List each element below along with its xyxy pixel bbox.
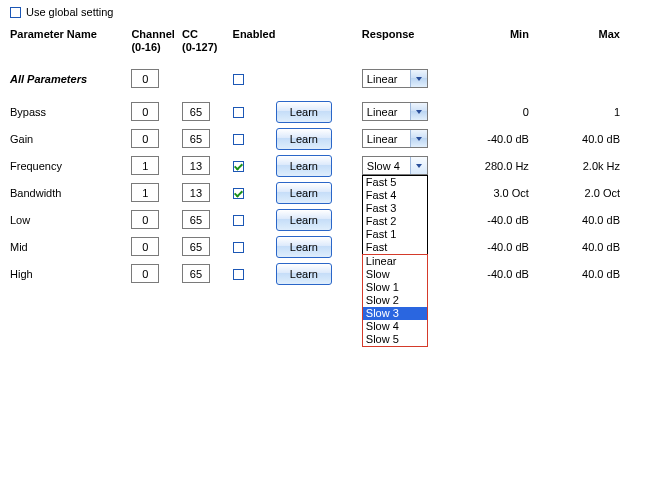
learn-button[interactable]: Learn: [276, 263, 332, 285]
min-value: -40.0 dB: [448, 233, 539, 260]
table-row: Gain065LearnLinear-40.0 dB40.0 dB: [10, 125, 630, 152]
table-row: Bypass065LearnLinear01: [10, 98, 630, 125]
header-enabled: Enabled: [233, 28, 276, 41]
channel-input[interactable]: 0: [131, 210, 159, 229]
dropdown-item[interactable]: Fast 2: [363, 215, 427, 228]
table-row: Frequency113LearnSlow 4280.0 Hz2.0k Hz: [10, 152, 630, 179]
channel-input[interactable]: 0: [131, 264, 159, 283]
chevron-down-icon: [410, 70, 427, 87]
channel-input[interactable]: 1: [131, 183, 159, 202]
param-name: Gain: [10, 125, 131, 152]
all-response-value: Linear: [363, 73, 410, 85]
dropdown-item[interactable]: Slow 1: [363, 281, 427, 294]
response-value: Linear: [363, 133, 410, 145]
enabled-checkbox[interactable]: [233, 215, 244, 226]
min-value: -40.0 dB: [448, 260, 539, 287]
table-row: Low065Learn-40.0 dB40.0 dB: [10, 206, 630, 233]
learn-button[interactable]: Learn: [276, 209, 332, 231]
global-setting-label: Use global setting: [26, 6, 113, 18]
param-name: Low: [10, 206, 131, 233]
enabled-checkbox[interactable]: [233, 188, 244, 199]
min-value: 280.0 Hz: [448, 152, 539, 179]
dropdown-item[interactable]: Slow: [363, 268, 427, 281]
response-dropdown-list[interactable]: Fast 5Fast 4Fast 3Fast 2Fast 1Fast Linea…: [362, 175, 428, 347]
dropdown-item[interactable]: Fast 4: [363, 189, 427, 202]
learn-button[interactable]: Learn: [276, 101, 332, 123]
response-select[interactable]: Linear: [362, 129, 428, 148]
enabled-checkbox[interactable]: [233, 107, 244, 118]
dropdown-item[interactable]: Fast 5: [363, 176, 427, 189]
dropdown-item[interactable]: Slow 5: [363, 333, 427, 346]
header-cc: CC: [182, 28, 233, 41]
max-value: 40.0 dB: [539, 206, 630, 233]
learn-button[interactable]: Learn: [276, 236, 332, 258]
enabled-checkbox[interactable]: [233, 242, 244, 253]
param-name: Mid: [10, 233, 131, 260]
response-value: Linear: [363, 106, 410, 118]
chevron-down-icon: [410, 130, 427, 147]
max-value: 1: [539, 98, 630, 125]
param-name: Bandwidth: [10, 179, 131, 206]
channel-input[interactable]: 0: [131, 102, 159, 121]
all-response-select[interactable]: Linear: [362, 69, 428, 88]
dropdown-item[interactable]: Fast 1: [363, 228, 427, 241]
channel-input[interactable]: 0: [131, 237, 159, 256]
dropdown-item[interactable]: Slow 3: [363, 307, 427, 320]
max-value: 40.0 dB: [539, 260, 630, 287]
max-value: 2.0 Oct: [539, 179, 630, 206]
header-max: Max: [539, 28, 630, 41]
min-value: -40.0 dB: [448, 206, 539, 233]
global-setting-checkbox[interactable]: [10, 7, 21, 18]
enabled-checkbox[interactable]: [233, 161, 244, 172]
channel-input[interactable]: 0: [131, 129, 159, 148]
enabled-checkbox[interactable]: [233, 134, 244, 145]
response-value: Slow 4: [363, 160, 410, 172]
all-parameters-row: All Parameters 0 Linear: [10, 65, 630, 92]
param-name: Bypass: [10, 98, 131, 125]
dropdown-item[interactable]: Fast: [363, 241, 427, 254]
enabled-checkbox[interactable]: [233, 269, 244, 280]
cc-input[interactable]: 13: [182, 183, 210, 202]
header-channel: Channel: [131, 28, 182, 41]
cc-input[interactable]: 65: [182, 102, 210, 121]
channel-input[interactable]: 1: [131, 156, 159, 175]
response-select[interactable]: Slow 4: [362, 156, 428, 175]
all-parameters-label: All Parameters: [10, 65, 131, 92]
param-name: Frequency: [10, 152, 131, 179]
table-row: High065Learn-40.0 dB40.0 dB: [10, 260, 630, 287]
dropdown-item[interactable]: Slow 4: [363, 320, 427, 333]
learn-button[interactable]: Learn: [276, 155, 332, 177]
all-channel-input[interactable]: 0: [131, 69, 159, 88]
chevron-down-icon: [410, 157, 427, 174]
min-value: 3.0 Oct: [448, 179, 539, 206]
header-min: Min: [448, 28, 539, 41]
max-value: 40.0 dB: [539, 233, 630, 260]
dropdown-item[interactable]: Linear: [363, 255, 427, 268]
learn-button[interactable]: Learn: [276, 128, 332, 150]
cc-input[interactable]: 65: [182, 129, 210, 148]
table-row: Bandwidth113Learn3.0 Oct2.0 Oct: [10, 179, 630, 206]
header-learn: [276, 28, 362, 41]
header-response: Response: [362, 28, 448, 41]
dropdown-item[interactable]: Slow 2: [363, 294, 427, 307]
header-name: Parameter Name: [10, 28, 131, 41]
cc-input[interactable]: 13: [182, 156, 210, 175]
table-row: Mid065Learn-40.0 dB40.0 dB: [10, 233, 630, 260]
header-cc-range: (0-127): [182, 41, 233, 54]
dropdown-item[interactable]: Fast 3: [363, 202, 427, 215]
header-channel-range: (0-16): [131, 41, 182, 54]
all-enabled-checkbox[interactable]: [233, 74, 244, 85]
min-value: 0: [448, 98, 539, 125]
chevron-down-icon: [410, 103, 427, 120]
min-value: -40.0 dB: [448, 125, 539, 152]
cc-input[interactable]: 65: [182, 237, 210, 256]
parameters-table: Parameter Name Channel CC Enabled Respon…: [10, 28, 630, 287]
max-value: 40.0 dB: [539, 125, 630, 152]
param-name: High: [10, 260, 131, 287]
response-select[interactable]: Linear: [362, 102, 428, 121]
cc-input[interactable]: 65: [182, 264, 210, 283]
learn-button[interactable]: Learn: [276, 182, 332, 204]
cc-input[interactable]: 65: [182, 210, 210, 229]
max-value: 2.0k Hz: [539, 152, 630, 179]
